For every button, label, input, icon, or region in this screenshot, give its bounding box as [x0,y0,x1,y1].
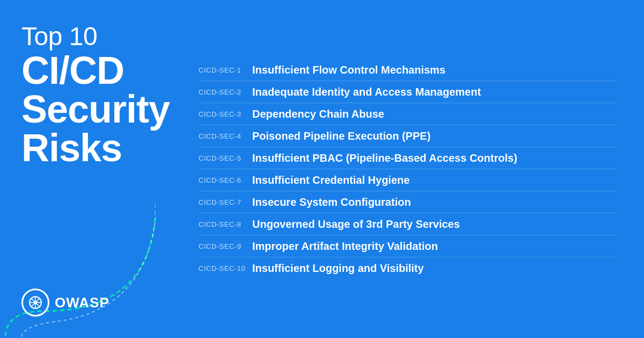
risk-code: CICD-SEC-9 [199,242,252,250]
list-divider [199,191,617,191]
main-container: Top 10 CI/CD Security Risks OWASP CICD-S… [0,0,644,338]
list-divider [199,103,617,103]
title-block: Top 10 CI/CD Security Risks [21,21,150,167]
owasp-logo: OWASP [21,289,150,317]
risk-code: CICD-SEC-3 [199,110,252,118]
risk-code: CICD-SEC-10 [199,264,252,272]
list-divider [199,125,617,125]
risk-code: CICD-SEC-1 [199,66,252,74]
list-divider [199,81,617,81]
list-divider [199,235,617,235]
risk-code: CICD-SEC-7 [199,198,252,206]
risk-code: CICD-SEC-8 [199,220,252,228]
risk-item: CICD-SEC-4Poisoned Pipeline Execution (P… [199,126,617,146]
risk-item: CICD-SEC-10Insufficient Logging and Visi… [199,258,617,278]
risk-item: CICD-SEC-1Insufficient Flow Control Mech… [199,60,617,80]
owasp-icon-circle [21,289,49,317]
risk-code: CICD-SEC-6 [199,176,252,184]
right-panel: CICD-SEC-1Insufficient Flow Control Mech… [166,0,644,338]
risk-item: CICD-SEC-5Insufficient PBAC (Pipeline-Ba… [199,148,617,168]
title-line3: Security [21,90,150,128]
risk-name: Insecure System Configuration [252,195,411,209]
risk-code: CICD-SEC-5 [199,154,252,162]
risk-name: Improper Artifact Integrity Validation [252,239,438,253]
risk-name: Dependency Chain Abuse [252,107,384,121]
title-line4: Risks [21,128,150,167]
list-divider [199,169,617,169]
list-divider [199,257,617,257]
title-line2: CI/CD [21,51,150,90]
left-panel: Top 10 CI/CD Security Risks OWASP [0,0,166,338]
risk-item: CICD-SEC-6Insufficient Credential Hygien… [199,170,617,190]
list-divider [199,213,617,213]
risk-name: Insufficient Logging and Visibility [252,261,424,275]
risk-item: CICD-SEC-3Dependency Chain Abuse [199,104,617,124]
risk-item: CICD-SEC-7Insecure System Configuration [199,192,617,212]
risk-code: CICD-SEC-4 [199,132,252,140]
risk-name: Inadequate Identity and Access Managemen… [252,85,481,99]
title-line1: Top 10 [21,21,150,51]
risk-name: Insufficient Flow Control Mechanisms [252,63,445,77]
risk-name: Poisoned Pipeline Execution (PPE) [252,129,430,143]
risk-code: CICD-SEC-2 [199,88,252,96]
risk-name: Insufficient Credential Hygiene [252,173,409,187]
risk-item: CICD-SEC-8Ungoverned Usage of 3rd Party … [199,214,617,234]
risk-name: Insufficient PBAC (Pipeline-Based Access… [252,151,517,165]
list-divider [199,147,617,147]
risk-item: CICD-SEC-9Improper Artifact Integrity Va… [199,236,617,256]
risk-item: CICD-SEC-2Inadequate Identity and Access… [199,82,617,102]
owasp-label: OWASP [55,294,109,311]
owasp-icon [27,294,44,311]
svg-point-5 [34,301,37,304]
risk-name: Ungoverned Usage of 3rd Party Services [252,217,460,231]
